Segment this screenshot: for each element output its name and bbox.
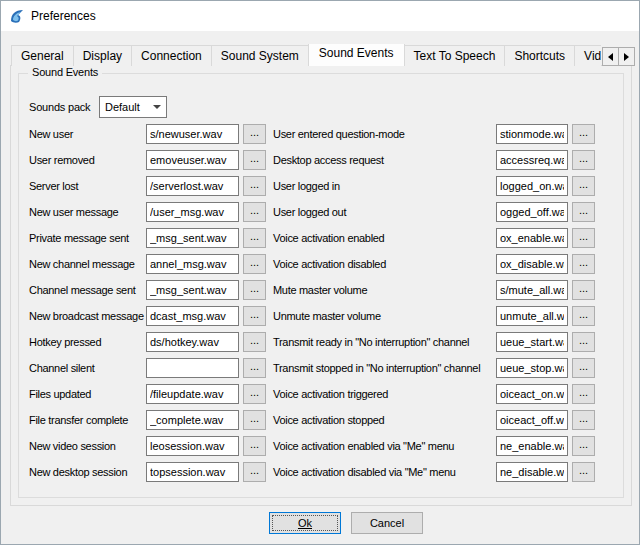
sound-event-label: User entered question-mode xyxy=(273,124,405,144)
sound-event-label: New broadcast message xyxy=(29,306,144,326)
sounds-pack-select[interactable]: Default xyxy=(99,96,167,118)
sound-file-input[interactable] xyxy=(146,228,239,248)
browse-button[interactable]: ... xyxy=(243,202,266,222)
sound-event-row: New channel message ... Voice activation… xyxy=(1,254,639,274)
sound-event-label: Files updated xyxy=(29,384,91,404)
sound-event-label: New desktop session xyxy=(29,462,127,482)
sound-event-row: Hotkey pressed ... Transmit ready in "No… xyxy=(1,332,639,352)
sound-file-input[interactable] xyxy=(146,280,239,300)
browse-button[interactable]: ... xyxy=(572,228,595,248)
tab-sound-system[interactable]: Sound System xyxy=(211,45,309,66)
sound-file-input[interactable] xyxy=(496,462,568,482)
tab-general[interactable]: General xyxy=(11,45,74,66)
sound-file-input[interactable] xyxy=(496,280,568,300)
sound-event-row: File transfer complete ... Voice activat… xyxy=(1,410,639,430)
browse-button[interactable]: ... xyxy=(572,358,595,378)
cancel-button[interactable]: Cancel xyxy=(351,512,423,534)
browse-button[interactable]: ... xyxy=(243,462,266,482)
browse-button[interactable]: ... xyxy=(572,176,595,196)
left-arrow-icon xyxy=(608,53,613,61)
sound-event-label: Voice activation disabled xyxy=(273,254,386,274)
browse-button[interactable]: ... xyxy=(243,332,266,352)
browse-button[interactable]: ... xyxy=(572,150,595,170)
sound-file-input[interactable] xyxy=(146,254,239,274)
browse-button[interactable]: ... xyxy=(243,410,266,430)
sound-event-label: Channel silent xyxy=(29,358,95,378)
sound-file-input[interactable] xyxy=(146,332,239,352)
browse-button[interactable]: ... xyxy=(243,384,266,404)
groupbox-title: Sound Events xyxy=(28,66,102,78)
browse-button[interactable]: ... xyxy=(243,254,266,274)
browse-button[interactable]: ... xyxy=(572,202,595,222)
sound-event-row: New video session ... Voice activation e… xyxy=(1,436,639,456)
chevron-down-icon xyxy=(153,105,161,109)
tab-video[interactable]: Video xyxy=(574,45,601,66)
sound-file-input[interactable] xyxy=(496,410,568,430)
sound-event-label: Voice activation enabled via "Me" menu xyxy=(273,436,454,456)
title-bar[interactable]: Preferences xyxy=(1,1,639,31)
tab-shortcuts[interactable]: Shortcuts xyxy=(504,45,575,66)
sound-event-label: Voice activation enabled xyxy=(273,228,384,248)
sound-file-input[interactable] xyxy=(146,306,239,326)
browse-button[interactable]: ... xyxy=(572,280,595,300)
sound-event-row: New broadcast message ... Unmute master … xyxy=(1,306,639,326)
sound-event-row: Server lost ... User logged in ... xyxy=(1,176,639,196)
sound-file-input[interactable] xyxy=(496,332,568,352)
browse-button[interactable]: ... xyxy=(243,280,266,300)
sound-file-input[interactable] xyxy=(146,202,239,222)
tab-scroll-control xyxy=(603,47,635,66)
sound-file-input[interactable] xyxy=(146,124,239,144)
sound-file-input[interactable] xyxy=(496,254,568,274)
sound-file-input[interactable] xyxy=(146,462,239,482)
tab-scroll-right-button[interactable] xyxy=(618,47,635,66)
tab-scroll-left-button[interactable] xyxy=(602,47,619,66)
sound-file-input[interactable] xyxy=(496,436,568,456)
sound-file-input[interactable] xyxy=(496,358,568,378)
browse-button[interactable]: ... xyxy=(243,176,266,196)
sound-event-label: User logged in xyxy=(273,176,340,196)
browse-button[interactable]: ... xyxy=(243,228,266,248)
sound-file-input[interactable] xyxy=(146,384,239,404)
tab-sound-events[interactable]: Sound Events xyxy=(308,44,405,66)
tab-text-to-speech[interactable]: Text To Speech xyxy=(404,45,506,66)
browse-button[interactable]: ... xyxy=(243,150,266,170)
sound-file-input[interactable] xyxy=(146,436,239,456)
cancel-button-label: Cancel xyxy=(370,517,404,529)
sound-event-label: Desktop access request xyxy=(273,150,384,170)
sound-event-label: New channel message xyxy=(29,254,135,274)
sound-file-input[interactable] xyxy=(496,202,568,222)
sound-file-input[interactable] xyxy=(496,228,568,248)
browse-button[interactable]: ... xyxy=(572,124,595,144)
sound-file-input[interactable] xyxy=(496,306,568,326)
browse-button[interactable]: ... xyxy=(572,332,595,352)
browse-button[interactable]: ... xyxy=(243,358,266,378)
ok-button[interactable]: Ok xyxy=(269,512,341,534)
sound-file-input[interactable] xyxy=(496,150,568,170)
browse-button[interactable]: ... xyxy=(243,306,266,326)
sound-file-input[interactable] xyxy=(146,358,239,378)
sound-file-input[interactable] xyxy=(496,384,568,404)
browse-button[interactable]: ... xyxy=(572,410,595,430)
sound-event-label: Hotkey pressed xyxy=(29,332,101,352)
tab-display[interactable]: Display xyxy=(73,45,132,66)
tab-connection[interactable]: Connection xyxy=(131,45,212,66)
browse-button[interactable]: ... xyxy=(243,436,266,456)
browse-button[interactable]: ... xyxy=(572,384,595,404)
browse-button[interactable]: ... xyxy=(572,306,595,326)
browse-button[interactable]: ... xyxy=(243,124,266,144)
sound-file-input[interactable] xyxy=(496,124,568,144)
sound-file-input[interactable] xyxy=(146,150,239,170)
sound-event-row: Channel silent ... Transmit stopped in "… xyxy=(1,358,639,378)
sound-file-input[interactable] xyxy=(496,176,568,196)
browse-button[interactable]: ... xyxy=(572,254,595,274)
sounds-pack-value: Default xyxy=(105,101,140,113)
sound-event-row: Files updated ... Voice activation trigg… xyxy=(1,384,639,404)
sound-event-label: Voice activation stopped xyxy=(273,410,384,430)
sound-file-input[interactable] xyxy=(146,176,239,196)
tab-strip: General Display Connection Sound System … xyxy=(11,44,601,66)
sound-file-input[interactable] xyxy=(146,410,239,430)
browse-button[interactable]: ... xyxy=(572,462,595,482)
app-icon xyxy=(9,8,25,24)
sound-event-label: Transmit stopped in "No interruption" ch… xyxy=(273,358,480,378)
browse-button[interactable]: ... xyxy=(572,436,595,456)
